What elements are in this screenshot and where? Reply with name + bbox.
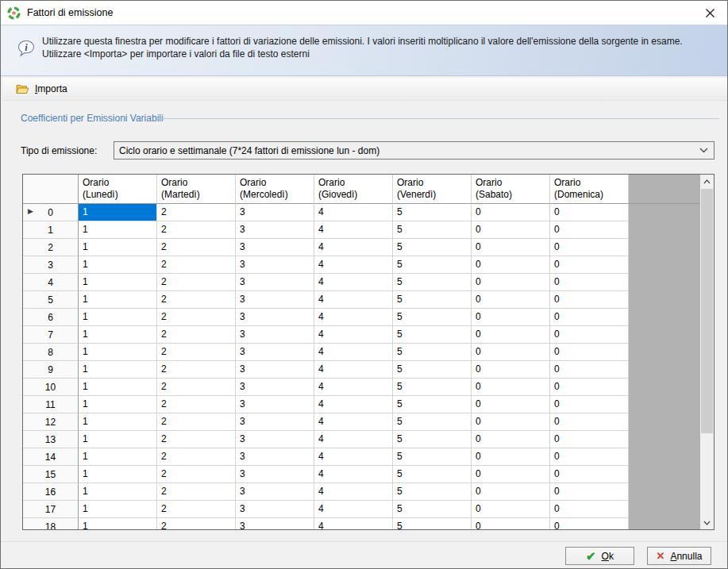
grid-cell[interactable]: 0 xyxy=(550,309,629,326)
grid-cell[interactable]: 0 xyxy=(472,518,550,529)
grid-cell[interactable]: 4 xyxy=(314,466,393,483)
row-header[interactable]: 5 xyxy=(23,291,79,309)
row-header[interactable]: 2 xyxy=(23,239,79,256)
grid-cell[interactable]: 1 xyxy=(79,448,157,466)
grid-cell[interactable]: 0 xyxy=(472,204,550,221)
grid-cell[interactable]: 0 xyxy=(472,501,550,518)
grid-cell[interactable]: 1 xyxy=(79,431,157,448)
grid-cell[interactable]: 1 xyxy=(79,379,157,396)
grid-cell[interactable]: 1 xyxy=(79,309,157,326)
grid-cell[interactable]: 4 xyxy=(314,501,393,518)
grid-cell[interactable]: 1 xyxy=(79,501,157,518)
grid-cell[interactable]: 3 xyxy=(236,291,314,309)
row-header[interactable]: 6 xyxy=(23,309,79,326)
grid-cell[interactable]: 5 xyxy=(393,204,472,221)
grid-cell[interactable]: 3 xyxy=(236,396,314,413)
grid-cell[interactable]: 1 xyxy=(79,483,157,501)
annulla-button[interactable]: ✕ Annulla xyxy=(647,547,711,565)
grid-cell[interactable]: 0 xyxy=(472,431,550,448)
grid-cell[interactable]: 0 xyxy=(550,431,629,448)
grid-cell[interactable]: 3 xyxy=(236,274,314,291)
grid-cell[interactable]: 5 xyxy=(393,291,472,309)
grid-cell[interactable]: 1 xyxy=(79,466,157,483)
grid-cell[interactable]: 4 xyxy=(314,239,393,256)
grid-cell[interactable]: 2 xyxy=(157,448,236,466)
grid-cell[interactable]: 1 xyxy=(79,396,157,413)
row-header[interactable]: 1 xyxy=(23,221,79,239)
grid-cell[interactable]: 5 xyxy=(393,309,472,326)
grid-cell[interactable]: 3 xyxy=(236,431,314,448)
grid-cell[interactable]: 2 xyxy=(157,483,236,501)
grid-cell[interactable]: 0 xyxy=(550,291,629,309)
grid-cell[interactable]: 0 xyxy=(472,274,550,291)
grid-cell[interactable]: 0 xyxy=(550,466,629,483)
grid-cell[interactable]: 0 xyxy=(550,396,629,413)
grid-cell[interactable]: 4 xyxy=(314,326,393,344)
importa-button[interactable]: Importa xyxy=(9,79,75,98)
grid-cell[interactable]: 5 xyxy=(393,256,472,274)
grid-cell[interactable]: 0 xyxy=(472,344,550,361)
grid-cell[interactable]: 0 xyxy=(550,204,629,221)
grid-cell[interactable]: 1 xyxy=(79,361,157,379)
grid-corner-cell[interactable] xyxy=(23,175,79,204)
grid-cell[interactable]: 2 xyxy=(157,413,236,431)
grid-cell[interactable]: 3 xyxy=(236,483,314,501)
grid-cell[interactable]: 0 xyxy=(472,483,550,501)
grid-cell[interactable]: 3 xyxy=(236,221,314,239)
grid-cell[interactable]: 4 xyxy=(314,413,393,431)
grid-cell[interactable]: 4 xyxy=(314,379,393,396)
grid-cell[interactable]: 1 xyxy=(79,413,157,431)
grid-cell[interactable]: 3 xyxy=(236,361,314,379)
row-header[interactable]: 13 xyxy=(23,431,79,448)
scrollbar-thumb[interactable] xyxy=(701,189,713,433)
column-header[interactable]: Orario (Sabato) xyxy=(472,175,550,204)
grid-cell[interactable]: 2 xyxy=(157,501,236,518)
grid-cell[interactable]: 5 xyxy=(393,501,472,518)
grid-cell[interactable]: 1 xyxy=(79,326,157,344)
grid-cell[interactable]: 4 xyxy=(314,274,393,291)
emission-type-select[interactable]: Ciclo orario e settimanale (7*24 fattori… xyxy=(114,141,715,160)
grid-cell[interactable]: 2 xyxy=(157,326,236,344)
grid-cell[interactable]: 4 xyxy=(314,291,393,309)
grid-cell[interactable]: 5 xyxy=(393,483,472,501)
grid-cell[interactable]: 0 xyxy=(550,361,629,379)
row-header[interactable]: 18 xyxy=(23,518,79,529)
grid-cell[interactable]: 1 xyxy=(79,518,157,529)
grid-cell[interactable]: 5 xyxy=(393,361,472,379)
grid-cell[interactable]: 3 xyxy=(236,204,314,221)
row-header[interactable]: 7 xyxy=(23,326,79,344)
grid-cell[interactable]: 3 xyxy=(236,466,314,483)
column-header[interactable]: Orario (Martedì) xyxy=(157,175,236,204)
grid-cell[interactable]: 1 xyxy=(79,221,157,239)
grid-cell[interactable]: 4 xyxy=(314,344,393,361)
grid-cell[interactable]: 3 xyxy=(236,239,314,256)
grid-cell[interactable]: 0 xyxy=(472,239,550,256)
row-header[interactable]: 11 xyxy=(23,396,79,413)
grid-cell[interactable]: 0 xyxy=(472,379,550,396)
row-header[interactable]: 4 xyxy=(23,274,79,291)
grid-cell[interactable]: 1 xyxy=(79,256,157,274)
grid-cell[interactable]: 2 xyxy=(157,204,236,221)
row-header[interactable]: 14 xyxy=(23,448,79,466)
grid-cell[interactable]: 2 xyxy=(157,466,236,483)
grid-cell[interactable]: 0 xyxy=(550,256,629,274)
grid-cell[interactable]: 4 xyxy=(314,431,393,448)
grid-cell[interactable]: 5 xyxy=(393,379,472,396)
grid-cell[interactable]: 3 xyxy=(236,501,314,518)
row-header[interactable]: 12 xyxy=(23,413,79,431)
grid-cell[interactable]: 2 xyxy=(157,256,236,274)
grid-cell[interactable]: 5 xyxy=(393,413,472,431)
row-header[interactable]: 10 xyxy=(23,379,79,396)
grid-cell[interactable]: 4 xyxy=(314,256,393,274)
grid-cell[interactable]: 0 xyxy=(550,379,629,396)
grid-cell[interactable]: 0 xyxy=(550,518,629,529)
grid-cell[interactable]: 4 xyxy=(314,518,393,529)
grid-cell[interactable]: 5 xyxy=(393,431,472,448)
grid-cell[interactable]: 5 xyxy=(393,326,472,344)
grid-cell[interactable]: 4 xyxy=(314,221,393,239)
grid-cell[interactable]: 0 xyxy=(550,501,629,518)
grid-cell[interactable]: 0 xyxy=(550,483,629,501)
grid-cell[interactable]: 2 xyxy=(157,291,236,309)
grid-cell[interactable]: 0 xyxy=(550,413,629,431)
grid-cell[interactable]: 2 xyxy=(157,396,236,413)
